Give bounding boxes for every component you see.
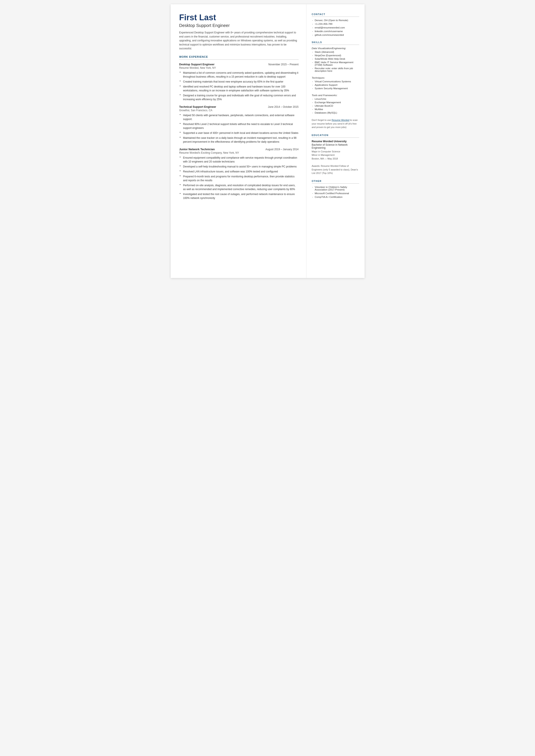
skill-tool-4: McAfee <box>312 108 359 111</box>
job-header-1: Desktop Support Engineer November 2015 –… <box>179 63 299 66</box>
left-column: First Last Desktop Support Engineer Expe… <box>171 4 306 278</box>
job-bullets-3: Ensured equipment compatibility and comp… <box>179 156 299 200</box>
contact-item-4: linkedin.com/in/username <box>312 30 359 33</box>
job-header-2: Technical Support Engineer June 2014 – O… <box>179 105 299 108</box>
other-item-3: CompTIA A+ Certification <box>312 196 359 198</box>
other-item-1: Volunteer in Children's Safety Associati… <box>312 186 359 191</box>
bullet-2-4: Maintained the case tracker on a daily b… <box>179 136 299 144</box>
job-title-1: Desktop Support Engineer <box>179 63 214 66</box>
edu-major: Major in Computer Science <box>312 150 359 154</box>
education-header: EDUCATION <box>312 134 359 138</box>
skill-dv-5: Recruiter note: enter skills from job de… <box>312 67 359 72</box>
edu-school: Resume Worded University <box>312 140 359 143</box>
other-header: OTHER <box>312 180 359 183</box>
contact-header: CONTACT <box>312 13 359 17</box>
bullet-2-3: Supported a user base of 400+ personnel … <box>179 131 299 135</box>
contact-item-5: github.com/resumeworded <box>312 34 359 36</box>
bullet-3-5: Performed on-site analysis, diagnosis, a… <box>179 183 299 191</box>
edu-awards: Awards: Resume Worded Fellow of Engineer… <box>312 164 359 175</box>
bullet-1-3: identified and resolved PC desktop and l… <box>179 85 299 93</box>
job-entry-1: Desktop Support Engineer November 2015 –… <box>179 63 299 101</box>
skill-tool-5: Databases (MySQL) <box>312 111 359 114</box>
bullet-1-2: Created training materials that boost ne… <box>179 80 299 84</box>
job-header-3: Junior Network Technician August 2019 – … <box>179 148 299 151</box>
skills-section: SKILLS Data Visualization/Engineering: S… <box>312 41 359 129</box>
skill-dv-3: SolarWinds Web Help Desk <box>312 58 359 60</box>
bullet-3-1: Ensured equipment compatibility and comp… <box>179 156 299 164</box>
bullet-2-2: Resolved 90% Level 2 technical support t… <box>179 122 299 130</box>
tools-list: Linux/Unix Exchange Management Ultimate … <box>312 98 359 114</box>
edu-minor: Minor in Management <box>312 153 359 157</box>
skill-tool-3: Ultimate BootCD <box>312 104 359 107</box>
tools-label: Tools and Frameworks: <box>312 94 359 97</box>
techniques-list: Virtual Communications Systems Applicati… <box>312 80 359 90</box>
job-entry-2: Technical Support Engineer June 2014 – O… <box>179 105 299 144</box>
job-company-1: Resume Worded, New York, NY <box>179 66 299 70</box>
other-item-2: Microsoft Certified Professional <box>312 192 359 195</box>
contact-item-1: Denver, OH (Open to Remote) <box>312 19 359 21</box>
full-name: First Last <box>179 13 299 22</box>
bullet-1-4: Designed a training course for groups an… <box>179 94 299 101</box>
skill-tool-2: Exchange Management <box>312 101 359 104</box>
resume-page: First Last Desktop Support Engineer Expe… <box>171 4 365 278</box>
job-company-3: Resume Worded's Exciting Company, New Yo… <box>179 151 299 154</box>
job-title: Desktop Support Engineer <box>179 23 299 28</box>
bullet-3-6: Investigated and tested the root cause o… <box>179 192 299 200</box>
contact-item-3: email@resumeworded.com <box>312 26 359 29</box>
job-dates-3: August 2019 – January 2014 <box>266 148 298 151</box>
job-company-2: Growthsi, San Francisco, CA <box>179 109 299 112</box>
other-list: Volunteer in Children's Safety Associati… <box>312 186 359 198</box>
skill-dv-2: NinjaOne (Experienced) <box>312 54 359 57</box>
skills-header: SKILLS <box>312 41 359 45</box>
resume-worded-link[interactable]: Resume Worded <box>332 119 349 121</box>
job-title-2: Technical Support Engineer <box>179 105 216 108</box>
right-column: CONTACT Denver, OH (Open to Remote) +1-2… <box>306 4 365 278</box>
data-viz-label: Data Visualization/Engineering: <box>312 47 359 49</box>
job-entry-3: Junior Network Technician August 2019 – … <box>179 148 299 200</box>
skill-dv-4: BMC Helix IT Service Management (ITSM) S… <box>312 61 359 66</box>
skills-note-pre: Don't forget to use <box>312 119 332 121</box>
bullet-2-1: Helped 50 clients with general hardware,… <box>179 113 299 121</box>
techniques-label: Techniques: <box>312 76 359 79</box>
job-dates-2: June 2014 – October 2015 <box>268 105 298 108</box>
bullet-3-4: Prepared 6-month tests and programs for … <box>179 175 299 182</box>
contact-section: CONTACT Denver, OH (Open to Remote) +1-2… <box>312 13 359 36</box>
bullet-3-2: Developed a self-help troubleshooting ma… <box>179 165 299 169</box>
education-section: EDUCATION Resume Worded University Bache… <box>312 134 359 175</box>
other-section: OTHER Volunteer in Children's Safety Ass… <box>312 180 359 198</box>
job-dates-1: November 2015 – Present <box>268 63 298 66</box>
skill-t-2: Applications Support <box>312 84 359 86</box>
skill-t-3: System Security Management <box>312 87 359 90</box>
edu-degree: Bachelor of Science in Network Engineeri… <box>312 143 359 149</box>
edu-location-date: Boston, MA — May 2018 <box>312 157 359 160</box>
skill-dv-1: Slack (Advanced) <box>312 51 359 53</box>
skills-note: Don't forget to use Resume Worded to sca… <box>312 118 359 129</box>
contact-item-2: +1-234-456-789 <box>312 23 359 25</box>
job-bullets-1: Maintained a list of common concerns and… <box>179 71 299 101</box>
job-bullets-2: Helped 50 clients with general hardware,… <box>179 113 299 144</box>
skill-t-1: Virtual Communications Systems <box>312 80 359 83</box>
summary-text: Experienced Desktop Support Engineer wit… <box>179 31 299 51</box>
skill-tool-1: Linux/Unix <box>312 98 359 100</box>
job-title-3: Junior Network Technician <box>179 148 215 151</box>
work-experience-header: WORK EXPERIENCE <box>179 55 299 60</box>
data-viz-list: Slack (Advanced) NinjaOne (Experienced) … <box>312 51 359 72</box>
bullet-3-3: Resolved LAN infrastructure issues, and … <box>179 170 299 174</box>
bullet-1-1: Maintained a list of common concerns and… <box>179 71 299 79</box>
contact-list: Denver, OH (Open to Remote) +1-234-456-7… <box>312 19 359 36</box>
